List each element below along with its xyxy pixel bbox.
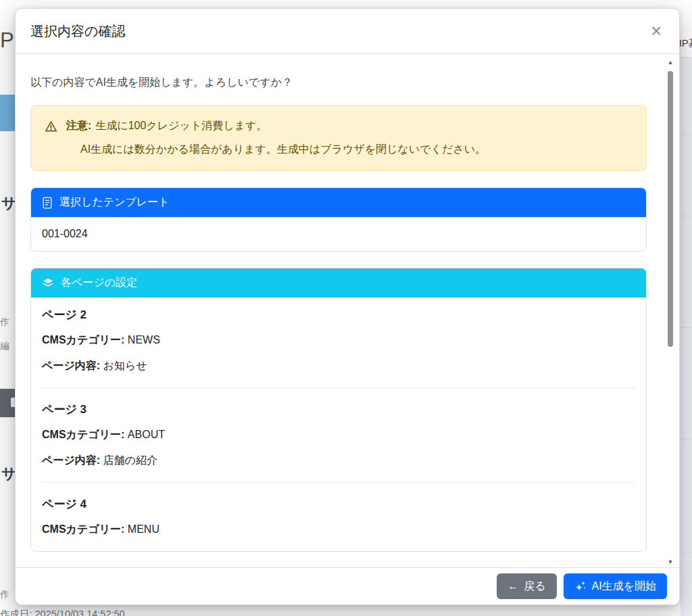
sparkles-icon <box>574 580 587 592</box>
content-label: ページ内容: <box>42 360 100 371</box>
confirmation-modal: 選択内容の確認 × 以下の内容でAI生成を開始します。よろしいですか？ 注意:生… <box>15 8 680 605</box>
bg-divider <box>681 216 692 216</box>
page-content-line: ページ内容: お知らせ <box>42 358 635 374</box>
page-title: ページ 3 <box>42 402 635 417</box>
page-settings-header-label: 各ページの設定 <box>61 276 137 290</box>
start-button-label: AI生成を開始 <box>592 579 657 594</box>
warning-credit-text: 生成に100クレジット消費します。 <box>95 120 267 131</box>
bg-created-date-text: 作成日: 2025/10/03 14:52:50 <box>0 608 125 616</box>
bg-divider <box>681 552 692 552</box>
page-title: ページ 2 <box>42 307 635 323</box>
selected-template-value: 001-0024 <box>31 217 646 251</box>
bg-divider <box>681 439 692 440</box>
page-title: ページ 4 <box>42 496 635 512</box>
category-value: ABOUT <box>128 429 165 440</box>
selected-template-header: 選択したテンプレート <box>31 188 646 217</box>
page-settings-card: 各ページの設定 ページ 2 CMSカテゴリー: NEWS ページ内容: お知らせ… <box>30 268 647 552</box>
scroll-up-icon[interactable]: ▲ <box>666 59 675 66</box>
warning-alert: 注意:生成に100クレジット消費します。 AI生成には数分かかる場合があります。… <box>30 105 647 171</box>
page-category-line: CMSカテゴリー: MENU <box>42 521 635 538</box>
category-label: CMSカテゴリー: <box>42 334 124 346</box>
warning-line-2: AI生成には数分かかる場合があります。生成中はブラウザを閉じないでください。 <box>80 143 633 157</box>
selected-template-header-label: 選択したテンプレート <box>59 195 170 210</box>
back-button[interactable]: ← 戻る <box>497 573 556 599</box>
warning-label: 注意: <box>66 120 91 131</box>
bg-right-panel <box>681 57 692 616</box>
modal-footer: ← 戻る AI生成を開始 <box>16 567 679 605</box>
content-value: 店舗の紹介 <box>103 454 157 466</box>
bg-meta-text-fragment-2: 編 <box>0 340 9 352</box>
page-category-line: CMSカテゴリー: NEWS <box>42 332 635 348</box>
bg-divider <box>681 135 692 135</box>
warning-triangle-icon <box>45 120 57 133</box>
modal-body: 以下の内容でAI生成を開始します。よろしいですか？ 注意:生成に100クレジット… <box>16 54 679 567</box>
close-icon: × <box>651 21 662 41</box>
page-category-line: CMSカテゴリー: ABOUT <box>42 427 635 443</box>
warning-line-1: 注意:生成に100クレジット消費します。 <box>45 119 633 133</box>
category-value: NEWS <box>128 334 160 346</box>
back-button-label: 戻る <box>524 579 545 594</box>
bg-divider <box>681 327 692 328</box>
start-ai-generation-button[interactable]: AI生成を開始 <box>564 573 668 599</box>
layers-icon <box>42 277 54 289</box>
modal-title: 選択内容の確認 <box>30 22 125 41</box>
scroll-down-icon[interactable]: ▼ <box>666 559 675 565</box>
page-entry-4: ページ 4 CMSカテゴリー: MENU <box>42 482 635 551</box>
selected-template-card: 選択したテンプレート 001-0024 <box>30 187 647 252</box>
modal-header: 選択内容の確認 × <box>16 9 679 54</box>
category-value: MENU <box>128 523 159 535</box>
page-content-line: ページ内容: 店舗の紹介 <box>42 452 635 469</box>
close-button[interactable]: × <box>648 22 664 41</box>
scrollbar-thumb[interactable] <box>668 71 673 347</box>
modal-scrollbar[interactable]: ▲ ▼ <box>666 59 675 565</box>
confirmation-message: 以下の内容でAI生成を開始します。よろしいですか？ <box>30 76 647 90</box>
page-entry-3: ページ 3 CMSカテゴリー: ABOUT ページ内容: 店舗の紹介 <box>42 387 635 482</box>
bg-meta-text-fragment-1: 作 <box>0 316 9 329</box>
content-value: お知らせ <box>103 360 147 371</box>
content-label: ページ内容: <box>42 454 100 466</box>
warning-text-1: 注意:生成に100クレジット消費します。 <box>66 119 267 133</box>
file-text-icon <box>42 197 53 209</box>
category-label: CMSカテゴリー: <box>42 429 124 440</box>
page-settings-body: ページ 2 CMSカテゴリー: NEWS ページ内容: お知らせ ページ 3 C… <box>31 298 646 551</box>
bg-meta-text-fragment-3: 作 <box>0 589 9 601</box>
page-settings-header: 各ページの設定 <box>31 268 646 298</box>
back-arrow-icon: ← <box>508 579 518 594</box>
page-entry-2: ページ 2 CMSカテゴリー: NEWS ページ内容: お知らせ <box>42 298 635 387</box>
category-label: CMSカテゴリー: <box>42 523 124 535</box>
